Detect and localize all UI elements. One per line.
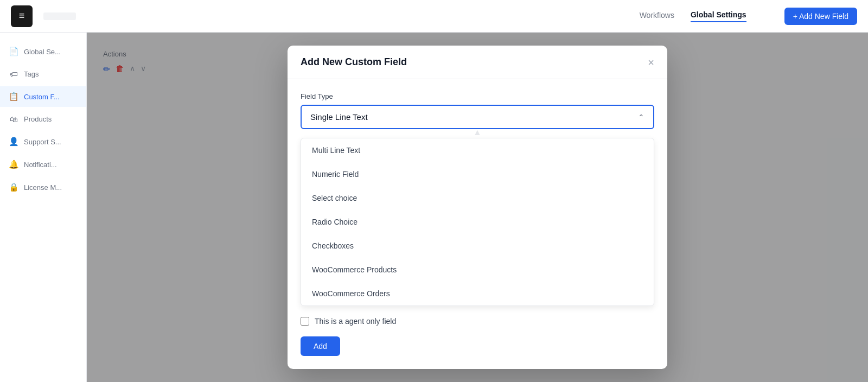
sidebar-label-global-settings: Global Se... xyxy=(24,48,61,56)
sidebar-label-custom-fields: Custom F... xyxy=(24,93,60,101)
modal-title: Add New Custom Field xyxy=(301,56,407,68)
sidebar-label-notifications: Notificati... xyxy=(24,161,57,169)
dropdown-item-checkboxes[interactable]: Checkboxes xyxy=(301,234,654,258)
selected-field-type: Single Line Text xyxy=(310,112,368,122)
modal-add-custom-field: Add New Custom Field × Field Type Single… xyxy=(288,46,667,369)
document-icon: 📄 xyxy=(9,47,18,56)
lock-icon: 🔒 xyxy=(9,182,18,192)
field-type-dropdown[interactable]: Single Line Text ⌃ xyxy=(301,105,654,129)
agent-only-label: This is a agent only field xyxy=(315,317,396,326)
sidebar-item-custom-fields[interactable]: 📋 Custom F... xyxy=(0,86,86,107)
dropdown-caret: ▲ xyxy=(301,128,654,137)
sidebar-label-support: Support S... xyxy=(24,138,61,146)
sidebar-item-notifications[interactable]: 🔔 Notificati... xyxy=(0,154,86,175)
nav-tab-global-settings[interactable]: Global Settings xyxy=(691,10,746,22)
bag-icon: 🛍 xyxy=(9,114,18,124)
bell-icon: 🔔 xyxy=(9,160,18,169)
nav-tabs: Workflows Global Settings + Add New Fiel… xyxy=(640,8,857,25)
sidebar-label-products: Products xyxy=(24,115,52,123)
modal-header: Add New Custom Field × xyxy=(288,46,667,79)
sidebar: 📄 Global Se... 🏷 Tags 📋 Custom F... 🛍 Pr… xyxy=(0,33,87,382)
modal-close-button[interactable]: × xyxy=(648,57,654,68)
sidebar-item-tags[interactable]: 🏷 Tags xyxy=(0,64,86,84)
logo: ≡ xyxy=(11,5,33,27)
sidebar-item-products[interactable]: 🛍 Products xyxy=(0,109,86,129)
sidebar-item-global-settings[interactable]: 📄 Global Se... xyxy=(0,41,86,62)
chevron-up-icon: ⌃ xyxy=(638,113,644,122)
add-new-field-button[interactable]: + Add New Field xyxy=(784,8,857,25)
dropdown-item-multi-line-text[interactable]: Multi Line Text xyxy=(301,138,654,162)
top-nav: ≡ Workflows Global Settings + Add New Fi… xyxy=(0,0,868,33)
dropdown-item-select-choice[interactable]: Select choice xyxy=(301,186,654,210)
sidebar-label-license: License M... xyxy=(24,183,62,192)
sidebar-item-license[interactable]: 🔒 License M... xyxy=(0,177,86,198)
agent-only-checkbox[interactable] xyxy=(301,317,309,326)
sidebar-item-support[interactable]: 👤 Support S... xyxy=(0,131,86,152)
modal-body: Field Type Single Line Text ⌃ ▲ Multi Li… xyxy=(288,79,667,369)
main-content: Actions ✏ 🗑 ∧ ∨ Add New Custom Field × xyxy=(87,33,868,382)
nav-tab-workflows[interactable]: Workflows xyxy=(640,11,674,22)
dropdown-list: Multi Line Text Numeric Field Select cho… xyxy=(301,138,654,306)
modal-overlay: Add New Custom Field × Field Type Single… xyxy=(87,33,868,382)
sidebar-label-tags: Tags xyxy=(24,70,39,78)
dropdown-item-woocommerce-products[interactable]: WooCommerce Products xyxy=(301,258,654,282)
dropdown-item-radio-choice[interactable]: Radio Choice xyxy=(301,210,654,234)
field-type-label: Field Type xyxy=(301,92,654,100)
tag-icon: 🏷 xyxy=(9,69,18,79)
agent-only-checkbox-row: This is a agent only field xyxy=(301,317,654,326)
dropdown-item-woocommerce-orders[interactable]: WooCommerce Orders xyxy=(301,282,654,305)
person-icon: 👤 xyxy=(9,137,18,147)
add-button[interactable]: Add xyxy=(301,336,340,356)
list-icon: 📋 xyxy=(9,92,18,101)
dropdown-item-numeric-field[interactable]: Numeric Field xyxy=(301,162,654,186)
